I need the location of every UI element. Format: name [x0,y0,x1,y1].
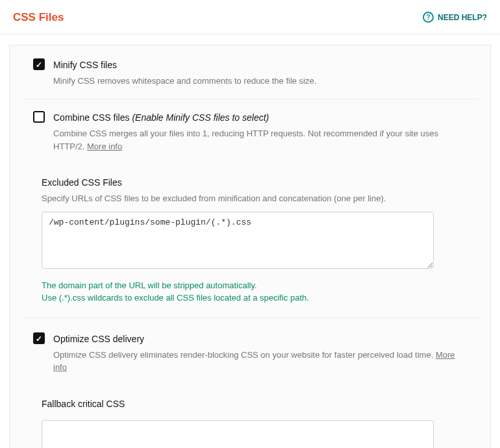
css-files-panel: Minify CSS files Minify CSS removes whit… [9,45,491,449]
optimize-desc: Optimize CSS delivery eliminates render-… [53,349,467,374]
fallback-title: Fallback critical CSS [42,397,479,411]
minify-checkbox[interactable] [33,58,45,70]
combine-row: Combine CSS files (Enable Minify CSS fil… [21,99,479,164]
excluded-title: Excluded CSS Files [42,176,479,190]
excluded-section: Excluded CSS Files Specify URLs of CSS f… [21,164,479,318]
optimize-row: Optimize CSS delivery Optimize CSS deliv… [21,318,479,386]
combine-hint: (Enable Minify CSS files to select) [132,112,269,123]
combine-more-info-link[interactable]: More info [87,142,122,151]
excluded-desc: Specify URLs of CSS files to be excluded… [42,192,479,205]
minify-desc: Minify CSS removes whitespace and commen… [53,75,467,88]
minify-row: Minify CSS files Minify CSS removes whit… [21,47,479,100]
optimize-label: Optimize CSS delivery [53,332,467,346]
excluded-css-textarea[interactable] [42,212,434,269]
need-help-link[interactable]: NEED HELP? [423,12,487,23]
combine-desc: Combine CSS merges all your files into 1… [53,127,467,153]
need-help-label: NEED HELP? [438,12,487,23]
section-header: CSS Files NEED HELP? [0,0,500,34]
excluded-help: The domain part of the URL will be strip… [42,279,479,305]
fallback-css-textarea[interactable] [42,420,434,449]
optimize-checkbox[interactable] [33,332,45,344]
combine-checkbox[interactable] [33,111,45,123]
fallback-section: Fallback critical CSS Provides a fallbac… [21,386,479,449]
minify-label: Minify CSS files [53,58,467,72]
combine-label: Combine CSS files (Enable Minify CSS fil… [53,111,467,125]
page-title: CSS Files [13,9,64,26]
help-icon [423,12,434,23]
